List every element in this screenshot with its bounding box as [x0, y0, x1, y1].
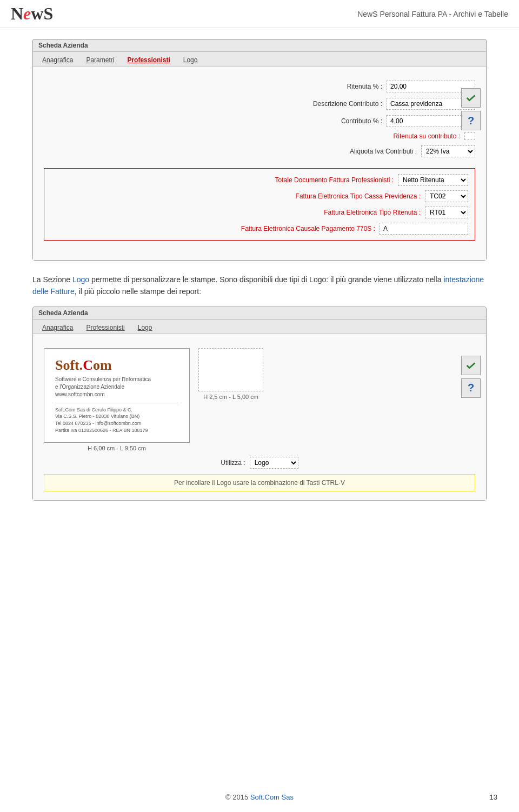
window1-action-buttons: ?: [461, 88, 481, 130]
tipo-cassa-label: Fattura Elettronica Tipo Cassa Previdenz…: [269, 192, 421, 200]
tab-anagrafica[interactable]: Anagrafica: [36, 54, 79, 66]
tab-professionisti[interactable]: Professionisti: [121, 54, 176, 66]
ritenuta-contributo-row: Ritenuta su contributo :: [44, 132, 475, 140]
utilizza-label: Utilizza :: [221, 459, 245, 467]
ritenuta-label: Ritenuta % :: [274, 83, 382, 90]
tipo-cassa-select[interactable]: TC02: [425, 190, 468, 202]
window2-action-buttons: ?: [461, 356, 481, 398]
logo-large-size: H 6,00 cm - L 9,50 cm: [88, 445, 146, 451]
para-text2: permette di personalizzare le stampe. So…: [89, 275, 443, 284]
softcom-website: www.softcombn.com: [55, 391, 178, 398]
ritenuta-row: Ritenuta % :: [44, 81, 475, 92]
logo-link[interactable]: Logo: [72, 275, 89, 284]
para-text1: La Sezione: [32, 275, 72, 284]
aliquota-iva-dropdown: 22% Iva: [421, 145, 475, 157]
small-logo-box: [198, 348, 263, 391]
page-number: 13: [490, 793, 497, 801]
ritenuta-contributo-checkbox[interactable]: [464, 132, 475, 140]
logo-ws: wS: [31, 4, 53, 23]
window1-frame: Scheda Azienda Anagrafica Parametri Prof…: [32, 39, 487, 261]
descrizione-contributo-label: Descrizione Contributo :: [274, 100, 382, 108]
confirm-button-2[interactable]: [461, 356, 481, 375]
window1-tabs: Anagrafica Parametri Professionisti Logo: [33, 52, 486, 66]
aliquota-iva-select[interactable]: 22% Iva: [421, 145, 475, 157]
logo-n: N: [11, 4, 23, 23]
window1-titlebar: Scheda Azienda: [33, 39, 486, 52]
large-logo-col: Soft.Com Software e Consulenza per l'Inf…: [44, 348, 190, 451]
tab2-anagrafica[interactable]: Anagrafica: [36, 322, 79, 334]
window1-form: Ritenuta % : Descrizione Contributo : Co…: [44, 75, 475, 251]
totale-documento-row: Totale Documento Fattura Professionisti …: [51, 174, 468, 186]
softcom-soft: Soft.: [55, 357, 83, 373]
totale-documento-label: Totale Documento Fattura Professionisti …: [242, 176, 394, 184]
window2-frame: Scheda Azienda Anagrafica Professionisti…: [32, 307, 487, 501]
softcom-addr1: Soft.Com Sas di Cerulo Filippo & C.: [55, 407, 178, 414]
tipo-cassa-row: Fattura Elettronica Tipo Cassa Previdenz…: [51, 190, 468, 202]
softcom-address: Soft.Com Sas di Cerulo Filippo & C. Via …: [55, 403, 178, 434]
tab-parametri[interactable]: Parametri: [80, 54, 120, 66]
window2-body: ? Soft.Com Software e Consulenza per l'I…: [33, 334, 486, 500]
contributo-row: Contributo % :: [44, 115, 475, 127]
tipo-ritenuta-row: Fattura Elettronica Tipo Ritenuta : RT01: [51, 207, 468, 218]
small-logo-col: H 2,5 cm - L 5,00 cm: [198, 348, 263, 451]
tab2-logo[interactable]: Logo: [132, 322, 158, 334]
logo-preview-area: Soft.Com Software e Consulenza per l'Inf…: [44, 348, 475, 451]
softcom-addr2: Via C.S.S. Pietro - 82038 Vitulano (BN): [55, 413, 178, 420]
softcom-dot: C: [83, 357, 93, 373]
utilizza-select[interactable]: Logo: [250, 457, 298, 469]
contributo-label: Contributo % :: [274, 117, 382, 125]
totale-documento-dropdown: Netto Ritenuta: [398, 174, 468, 186]
softcom-om: om: [93, 357, 112, 373]
totale-documento-select[interactable]: Netto Ritenuta: [398, 174, 468, 186]
footer-copyright: © 2015: [225, 793, 250, 801]
causale-pagamento-row: Fattura Elettronica Causale Pagamento 77…: [51, 223, 468, 235]
tipo-ritenuta-label: Fattura Elettronica Tipo Ritenuta :: [269, 209, 421, 216]
window1-body: ? Ritenuta % : Descrizione Contributo : …: [33, 66, 486, 260]
header-title: NewS Personal Fattura PA - Archivi e Tab…: [357, 10, 508, 18]
aliquota-iva-row: Aliquota Iva Contributi : 22% Iva: [44, 145, 475, 157]
footer: © 2015 Soft.Com Sas: [0, 793, 519, 801]
descrizione-contributo-row: Descrizione Contributo :: [44, 98, 475, 110]
tip-box: Per incollare il Logo usare la combinazi…: [44, 474, 475, 491]
causale-pagamento-label: Fattura Elettronica Causale Pagamento 77…: [224, 225, 375, 232]
header: NewS NewS Personal Fattura PA - Archivi …: [0, 0, 519, 28]
window2-titlebar: Scheda Azienda: [33, 307, 486, 320]
softcom-addr3: Tel 0824 870235 - info@softcombn.com: [55, 420, 178, 427]
description-paragraph: La Sezione Logo permette di personalizza…: [32, 274, 487, 298]
logo-text-area: Soft.Com Software e Consulenza per l'Inf…: [50, 354, 184, 437]
softcom-sub1: Software e Consulenza per l'Informatica: [55, 376, 178, 383]
logo-e: e: [23, 4, 31, 23]
logo-small-size: H 2,5 cm - L 5,00 cm: [203, 394, 258, 400]
tab-logo[interactable]: Logo: [177, 54, 204, 66]
tab2-professionisti[interactable]: Professionisti: [80, 322, 130, 334]
confirm-button[interactable]: [461, 88, 481, 108]
app-logo: NewS: [11, 4, 53, 24]
tipo-cassa-dropdown: TC02: [425, 190, 468, 202]
large-logo-box: Soft.Com Software e Consulenza per l'Inf…: [44, 348, 190, 443]
para-text3: , il più piccolo nelle stampe dei report…: [75, 287, 201, 296]
causale-pagamento-input[interactable]: [380, 223, 468, 235]
help-button[interactable]: ?: [461, 111, 481, 130]
window2-tabs: Anagrafica Professionisti Logo: [33, 320, 486, 334]
ritenuta-contributo-label: Ritenuta su contributo :: [352, 132, 460, 140]
aliquota-iva-label: Aliquota Iva Contributi :: [309, 148, 417, 155]
inner-box: Totale Documento Fattura Professionisti …: [44, 168, 475, 241]
main-content: Scheda Azienda Anagrafica Parametri Prof…: [0, 28, 519, 524]
softcom-logo: Soft.Com: [55, 357, 178, 374]
softcom-addr4: Partita Iva 01282500626 - REA BN 108179: [55, 427, 178, 434]
softcom-subtitle: Software e Consulenza per l'Informatica …: [55, 376, 178, 398]
tipo-ritenuta-select[interactable]: RT01: [425, 207, 468, 218]
footer-link[interactable]: Soft.Com Sas: [250, 793, 294, 801]
tipo-ritenuta-dropdown: RT01: [425, 207, 468, 218]
utilizza-dropdown: Logo: [250, 457, 298, 469]
utilizza-row: Utilizza : Logo: [44, 457, 475, 469]
help-button-2[interactable]: ?: [461, 378, 481, 398]
softcom-sub2: e l'Organizzazione Aziendale: [55, 383, 178, 391]
